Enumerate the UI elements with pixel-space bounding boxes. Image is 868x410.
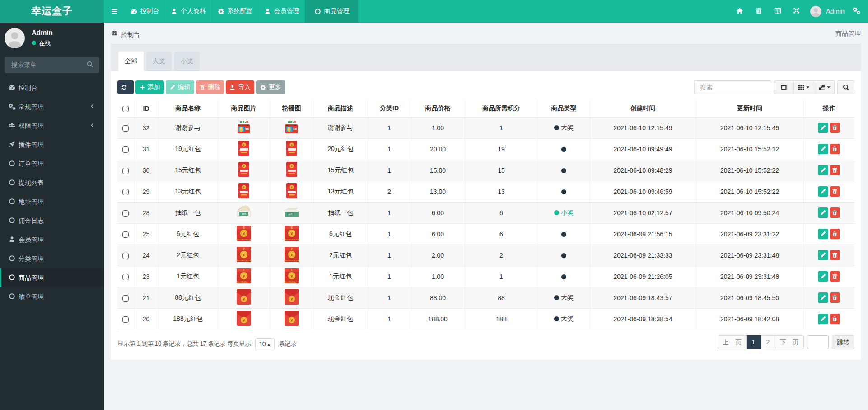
svg-text:¥: ¥ — [243, 297, 245, 302]
svg-text:2: 2 — [291, 247, 293, 250]
svg-text:¥: ¥ — [243, 318, 245, 323]
svg-text:¥: ¥ — [243, 274, 245, 278]
svg-text:¥: ¥ — [243, 186, 245, 189]
svg-text:1: 1 — [291, 269, 293, 272]
svg-text:¥: ¥ — [291, 165, 293, 168]
svg-text:6: 6 — [243, 226, 245, 229]
svg-text:¥: ¥ — [291, 143, 293, 146]
svg-text:满88元可提现到账十秒童: 满88元可提现到账十秒童 — [284, 238, 299, 240]
svg-text:¥: ¥ — [243, 165, 245, 168]
svg-text:¥: ¥ — [290, 297, 293, 302]
svg-text:¥: ¥ — [291, 186, 293, 189]
svg-text:满88元可提现到账十秒童: 满88元可提现到账十秒童 — [236, 259, 252, 262]
svg-text:6: 6 — [291, 226, 293, 229]
svg-text:¥: ¥ — [243, 143, 245, 146]
svg-text:¥: ¥ — [290, 274, 293, 278]
svg-text:¥: ¥ — [290, 318, 293, 323]
svg-text:满88元可提现到账十秒童: 满88元可提现到账十秒童 — [236, 281, 252, 283]
svg-text:¥: ¥ — [290, 253, 293, 257]
svg-text:满88元可提现到账十秒童: 满88元可提现到账十秒童 — [284, 259, 299, 262]
svg-text:¥: ¥ — [290, 231, 293, 236]
svg-text:抽纸: 抽纸 — [242, 212, 246, 216]
svg-text:2: 2 — [243, 247, 245, 250]
svg-text:1: 1 — [243, 269, 245, 272]
svg-text:满88元可提现到账十秒童: 满88元可提现到账十秒童 — [284, 281, 299, 283]
svg-text:满88元可提现到账十秒童: 满88元可提现到账十秒童 — [236, 238, 252, 240]
svg-text:¥: ¥ — [243, 253, 245, 257]
svg-text:抽纸: 抽纸 — [288, 213, 293, 216]
svg-text:¥: ¥ — [243, 231, 245, 236]
